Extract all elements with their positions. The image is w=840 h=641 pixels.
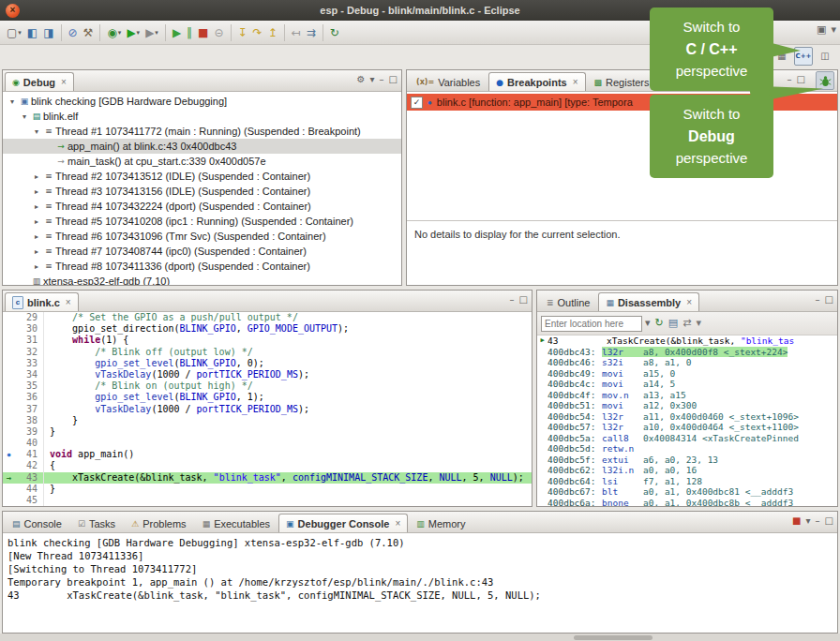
expander-icon[interactable]: ▸ [31, 247, 42, 256]
scrollbar-thumb[interactable] [574, 635, 652, 640]
disassembly-row[interactable]: 400dbc5d:retw.n [537, 443, 837, 455]
line-number[interactable]: 34 [15, 369, 44, 380]
line-number[interactable]: 42 [15, 460, 44, 471]
disconnect-button[interactable]: ⊝ [212, 23, 225, 42]
line-number[interactable]: 31 [15, 335, 44, 346]
tab-outline[interactable]: ≣Outline [539, 292, 597, 311]
line-number[interactable]: 44 [15, 484, 44, 495]
code-line[interactable]: 35 /* Blink on (output high) */ [3, 380, 532, 392]
debug-tree-row[interactable]: ▾≡Thread #1 1073411772 (main : Running) … [3, 124, 401, 139]
line-number[interactable]: 39 [15, 426, 44, 438]
skip-all-breakpoints-button[interactable]: ⊘ [67, 23, 80, 42]
disassembly-row[interactable]: 400dbc4f:mov.na13, a15 [537, 390, 837, 401]
disassembly-row[interactable]: ▶43 xTaskCreate(&blink_task, "blink_tas [537, 335, 837, 347]
debug-tree-row[interactable]: ▾▤blink.elf [3, 109, 401, 124]
expander-icon[interactable]: ▸ [31, 232, 42, 241]
tab-executables[interactable]: ▦Executables [195, 514, 278, 532]
code-line[interactable]: 39} [3, 426, 532, 438]
restart-button[interactable]: ↻ [328, 23, 341, 42]
disassembly-row[interactable]: 400dbc62:l32i.na0, a0, 16 [537, 465, 837, 476]
tab-registers[interactable]: ▩Registers [587, 72, 657, 91]
line-number[interactable]: 43 [15, 472, 44, 484]
expander-icon[interactable]: ▸ [31, 262, 42, 271]
tab-memory[interactable]: ▥Memory [409, 514, 472, 532]
expander-icon[interactable]: ▾ [7, 97, 18, 106]
location-input[interactable] [541, 316, 642, 332]
debug-tree-row[interactable]: ▸≡Thread #2 1073413512 (IDLE) (Suspended… [3, 169, 401, 184]
disassembly-row[interactable]: 400dbc5a:call80x40084314 <xTaskCreatePin… [537, 433, 837, 444]
instruction-stepping-button[interactable]: ⇉ [305, 23, 318, 42]
tab-variables[interactable]: (x)=Variables [409, 72, 488, 91]
line-number[interactable]: 36 [15, 392, 44, 403]
minimize-icon[interactable]: – [510, 294, 515, 306]
line-number[interactable]: 30 [15, 323, 44, 335]
expander-icon[interactable]: ▾ [19, 112, 30, 121]
line-number[interactable]: 37 [15, 404, 44, 415]
debug-tree-row[interactable]: ▸≡Thread #8 1073411336 (dport) (Suspende… [3, 259, 401, 274]
disassembly-rows[interactable]: ▶43 xTaskCreate(&blink_task, "blink_tas4… [537, 335, 837, 506]
minimize-icon[interactable]: – [816, 294, 820, 306]
close-icon[interactable]: × [573, 77, 578, 87]
tab-disassembly[interactable]: ▦Disassembly× [598, 292, 699, 311]
code-line[interactable]: 45 [3, 495, 532, 506]
step-return-button[interactable]: ↥ [266, 23, 279, 42]
toolbar-overflow-icon[interactable]: ▾ [831, 24, 836, 36]
disassembly-row[interactable]: 400dbc54:l32ra11, 0x400d0460 <_stext+109… [537, 411, 837, 423]
close-icon[interactable]: × [395, 518, 400, 529]
debug-tree-row[interactable]: ▥xtensa-esp32-elf-gdb (7.10) [3, 274, 401, 285]
refresh-icon[interactable]: ↻ [655, 318, 664, 329]
disassembly-row[interactable]: 400dbc46:s32ia8, a1, 0 [537, 357, 837, 368]
maximize-icon[interactable]: □ [825, 294, 833, 306]
sync-selection-icon[interactable]: ⇄ [682, 318, 691, 329]
settings-icon[interactable]: ⚙ [357, 74, 366, 85]
debug-tree-row[interactable]: →main_task() at cpu_start.c:339 0x400d05… [3, 154, 401, 169]
tab-debug[interactable]: ◉ Debug × [5, 72, 74, 91]
debug-button[interactable]: ◉▾ [105, 23, 123, 42]
line-number[interactable]: 41 [15, 449, 44, 460]
terminate-icon[interactable]: ■ [792, 515, 801, 527]
line-number[interactable]: 33 [15, 358, 44, 369]
tab-debugger-console[interactable]: ▣Debugger Console× [278, 514, 408, 532]
code-line[interactable]: 42{ [3, 460, 532, 471]
show-source-icon[interactable]: ▤ [668, 318, 678, 329]
code-line[interactable]: 44} [3, 484, 532, 495]
disassembly-row[interactable]: 400dbc6a:bnonea0, a1, 0x400dbc8b <__addd… [537, 498, 837, 507]
code-line[interactable]: 30 gpio_set_direction(BLINK_GPIO, GPIO_M… [3, 323, 532, 335]
tab-console[interactable]: ▤Console [5, 514, 69, 532]
maximize-icon[interactable]: □ [825, 515, 833, 527]
code-line[interactable]: ●41void app_main() [3, 449, 532, 460]
tab-tasks[interactable]: ☑Tasks [70, 514, 123, 532]
minimize-icon[interactable]: – [816, 515, 820, 527]
code-line[interactable]: 34 vTaskDelay(1000 / portTICK_PERIOD_MS)… [3, 369, 532, 380]
code-line[interactable]: →43 xTaskCreate(&blink_task, "blink_task… [3, 472, 532, 484]
code-line[interactable]: 32 /* Blink off (output low) */ [3, 347, 532, 358]
debug-tree-row[interactable]: ▸≡Thread #7 1073408744 (ipc0) (Suspended… [3, 244, 401, 259]
debug-tree-row[interactable]: ▾▣blink checking [GDB Hardware Debugging… [3, 94, 401, 109]
disassembly-row[interactable]: 400dbc4c:movia14, 5 [537, 379, 837, 390]
editor-code[interactable]: 29 /* Set the GPIO as a push/pull output… [3, 312, 532, 506]
code-line[interactable]: 37 vTaskDelay(1000 / portTICK_PERIOD_MS)… [3, 404, 532, 415]
step-over-button[interactable]: ↷ [251, 23, 264, 42]
drop-to-frame-button[interactable]: ↤ [290, 23, 303, 42]
run-button[interactable]: ▶▾ [125, 23, 142, 42]
expander-icon[interactable]: ▸ [31, 172, 42, 181]
view-menu-icon[interactable]: ▾ [806, 515, 811, 527]
expander-icon[interactable]: ▾ [31, 127, 42, 136]
line-number[interactable]: 32 [15, 347, 44, 358]
debug-tree-row[interactable]: ▸≡Thread #6 1073431096 (Tmr Svc) (Suspen… [3, 229, 401, 244]
save-button[interactable]: ◧ [25, 23, 39, 42]
resume-button[interactable]: ▶ [171, 23, 183, 42]
debug-tree-row[interactable]: ▸≡Thread #5 1073410208 (ipc1 : Running) … [3, 214, 401, 229]
close-icon[interactable]: × [61, 77, 67, 87]
window-close-button[interactable]: × [6, 4, 20, 18]
code-line[interactable]: 33 gpio_set_level(BLINK_GPIO, 0); [3, 358, 532, 369]
line-number[interactable]: 29 [15, 312, 44, 323]
step-into-button[interactable]: ↧ [236, 23, 249, 42]
disassembly-row[interactable]: 400dbc43:l32ra8, 0x400d00f8 <_stext+224> [537, 347, 837, 358]
disassembly-row[interactable]: 400dbc49:movia15, 0 [537, 368, 837, 380]
debug-tree-row[interactable]: ▸≡Thread #3 1073413156 (IDLE) (Suspended… [3, 184, 401, 199]
line-number[interactable]: 40 [15, 438, 44, 449]
console-output[interactable]: blink checking [GDB Hardware Debugging] … [3, 533, 837, 633]
close-icon[interactable]: × [66, 297, 71, 307]
expander-icon[interactable]: ▸ [31, 217, 42, 226]
